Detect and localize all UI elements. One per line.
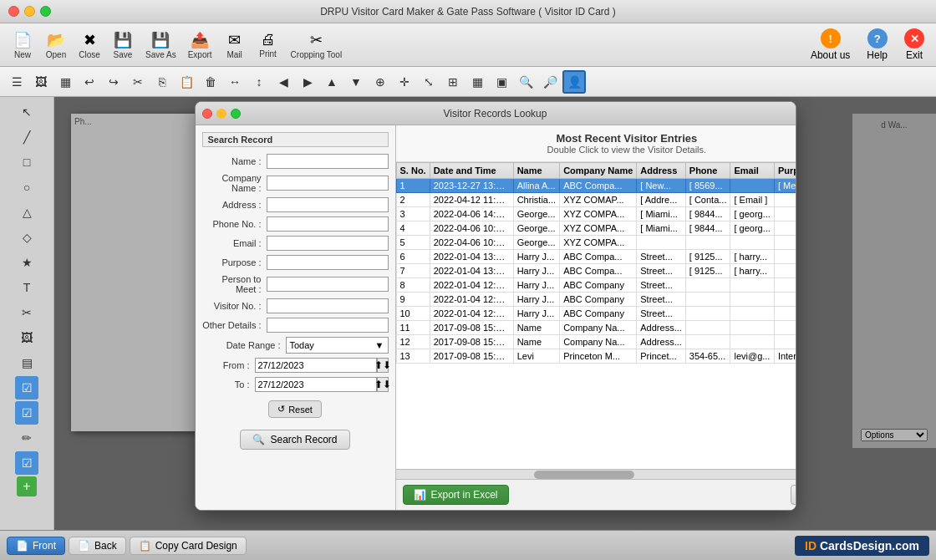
checkbox3[interactable]: ☑	[15, 451, 38, 475]
table-row[interactable]: 102022-01-04 12:49:...Harry J...ABC Comp…	[396, 307, 796, 321]
to-date-input[interactable]	[255, 377, 377, 392]
flip-h-button[interactable]: ↔	[223, 70, 247, 94]
modal-maximize-light[interactable]	[231, 109, 241, 119]
visitor-no-input[interactable]	[267, 298, 389, 313]
rect-tool[interactable]: □	[15, 150, 38, 174]
from-date-input[interactable]	[255, 358, 377, 373]
table-row[interactable]: 72022-01-04 13:30:...Harry J...ABC Compa…	[396, 264, 796, 278]
tab-back[interactable]: 📄 Back	[69, 537, 126, 555]
tab-copy-card-design[interactable]: 📋 Copy Card Design	[130, 537, 247, 555]
phone-input[interactable]	[267, 216, 389, 232]
checkbox1[interactable]: ☑	[15, 376, 38, 400]
export-button[interactable]: 📤 Export	[183, 28, 217, 62]
person-input[interactable]	[267, 277, 389, 292]
from-date-spinner[interactable]: ⬆⬇	[377, 358, 389, 373]
saveas-button[interactable]: 💾 Save As	[140, 28, 181, 62]
image-tool-button[interactable]: 🖼	[29, 70, 53, 94]
new-button[interactable]: 📄 New	[7, 28, 38, 62]
reset-button[interactable]: ↺ Reset	[268, 400, 322, 418]
move-button[interactable]: ✛	[393, 70, 416, 94]
table-row[interactable]: 12023-12-27 13:05:...Allina A...ABC Comp…	[396, 179, 796, 193]
align-left-button[interactable]: ◀	[272, 70, 295, 94]
scissors-tool[interactable]: ✂	[15, 301, 38, 324]
modal-close-light[interactable]	[202, 109, 212, 119]
resize-button[interactable]: ⤡	[417, 70, 440, 94]
modal-minimize-light[interactable]	[216, 109, 226, 119]
date-range-select[interactable]: Today ▼	[286, 337, 389, 354]
copy-button[interactable]: ⎘	[150, 70, 174, 94]
close-modal-button[interactable]: ✕ Close	[791, 485, 796, 505]
table-cell	[774, 293, 796, 307]
modal-traffic-lights[interactable]	[202, 109, 241, 119]
select-tool-button[interactable]: ☰	[5, 70, 28, 94]
flip-v-button[interactable]: ↕	[247, 70, 271, 94]
align-up-button[interactable]: ▲	[320, 70, 343, 94]
cropping-tool-button[interactable]: ✂ Cropping Tool	[286, 28, 348, 62]
table-row[interactable]: 132017-09-08 15:11:55LeviPrinceton M...P…	[396, 349, 796, 364]
to-date-spinner[interactable]: ⬆⬇	[377, 377, 389, 392]
name-input[interactable]	[267, 154, 389, 169]
delete-button[interactable]: 🗑	[199, 70, 222, 94]
purpose-input[interactable]	[267, 255, 389, 270]
star-tool[interactable]: ★	[15, 251, 38, 274]
align-down-button[interactable]: ▼	[344, 70, 368, 94]
mail-button[interactable]: ✉ Mail	[219, 28, 251, 62]
grid-button[interactable]: ▦	[465, 70, 489, 94]
barcode-tool-button[interactable]: ▦	[53, 70, 77, 94]
center-button[interactable]: ⊕	[369, 70, 392, 94]
table-row[interactable]: 122017-09-08 15:09:...NameCompany Na...A…	[396, 335, 796, 349]
close-button[interactable]: ✖ Close	[74, 28, 105, 62]
cut-button[interactable]: ✂	[126, 70, 150, 94]
redo-button[interactable]: ↪	[102, 70, 125, 94]
text-tool[interactable]: T	[15, 276, 38, 299]
layout-button[interactable]: ▣	[490, 70, 513, 94]
add-record-btn[interactable]: +	[17, 476, 37, 496]
records-table[interactable]: S. No. Date and Time Name Company Name A…	[396, 162, 796, 469]
canvas-area: Ph... d Wa... Options Visitor	[54, 97, 936, 530]
save-button[interactable]: 💾 Save	[107, 28, 139, 62]
checkbox2[interactable]: ☑	[15, 401, 38, 425]
line-tool[interactable]: ╱	[15, 125, 38, 149]
maximize-traffic-light[interactable]	[40, 6, 51, 17]
table-row[interactable]: 32022-04-06 14:23:...George...XYZ COMPA.…	[396, 207, 796, 221]
table-row[interactable]: 22022-04-12 11:05:52Christia...XYZ COMAP…	[396, 193, 796, 207]
traffic-lights[interactable]	[8, 6, 51, 17]
email-input[interactable]	[267, 236, 389, 251]
diamond-tool[interactable]: ◇	[15, 226, 38, 249]
pointer-tool[interactable]: ↖	[15, 100, 38, 124]
pen-tool[interactable]: ✏	[15, 426, 38, 450]
ellipse-tool[interactable]: ○	[15, 176, 38, 199]
minimize-traffic-light[interactable]	[24, 6, 35, 17]
horizontal-scrollbar[interactable]	[396, 469, 796, 479]
triangle-tool[interactable]: △	[15, 201, 38, 224]
table-row[interactable]: 42022-04-06 10:23:...George...XYZ COMPA.…	[396, 221, 796, 236]
export-excel-button[interactable]: 📊 Export in Excel	[403, 485, 509, 505]
undo-button[interactable]: ↩	[78, 70, 101, 94]
table-row[interactable]: 92022-01-04 12:49:...Harry J...ABC Compa…	[396, 293, 796, 307]
table-cell	[774, 264, 796, 278]
table-row[interactable]: 112017-09-08 15:09:...NameCompany Na...A…	[396, 321, 796, 335]
paste-button[interactable]: 📋	[175, 70, 198, 94]
other-input[interactable]	[267, 318, 389, 333]
table-row[interactable]: 82022-01-04 12:50:...Harry J...ABC Compa…	[396, 278, 796, 293]
search-record-button[interactable]: 🔍 Search Record	[240, 430, 349, 450]
table-row[interactable]: 62022-01-04 13:31:34Harry J...ABC Compa.…	[396, 250, 796, 264]
barcode-tool[interactable]: ▤	[15, 351, 38, 374]
company-input[interactable]	[267, 176, 389, 191]
tab-front[interactable]: 📄 Front	[7, 537, 65, 555]
records-button[interactable]: 👤	[562, 70, 586, 94]
help-button[interactable]: ? Help	[862, 26, 893, 64]
close-traffic-light[interactable]	[8, 6, 19, 17]
exit-button[interactable]: ✕ Exit	[899, 26, 929, 64]
address-input[interactable]	[267, 197, 389, 212]
open-button[interactable]: 📂 Open	[40, 28, 72, 62]
table-row[interactable]: 52022-04-06 10:13:10George...XYZ COMPA..…	[396, 236, 796, 250]
image-insert-tool[interactable]: 🖼	[15, 326, 38, 349]
zoom-out-button[interactable]: 🔎	[538, 70, 562, 94]
scrollbar-thumb[interactable]	[534, 471, 634, 479]
table-button[interactable]: ⊞	[441, 70, 465, 94]
zoom-in-button[interactable]: 🔍	[514, 70, 537, 94]
about-button[interactable]: ! About us	[806, 26, 855, 64]
print-button[interactable]: 🖨 Print	[252, 28, 284, 61]
align-right-button[interactable]: ▶	[296, 70, 319, 94]
